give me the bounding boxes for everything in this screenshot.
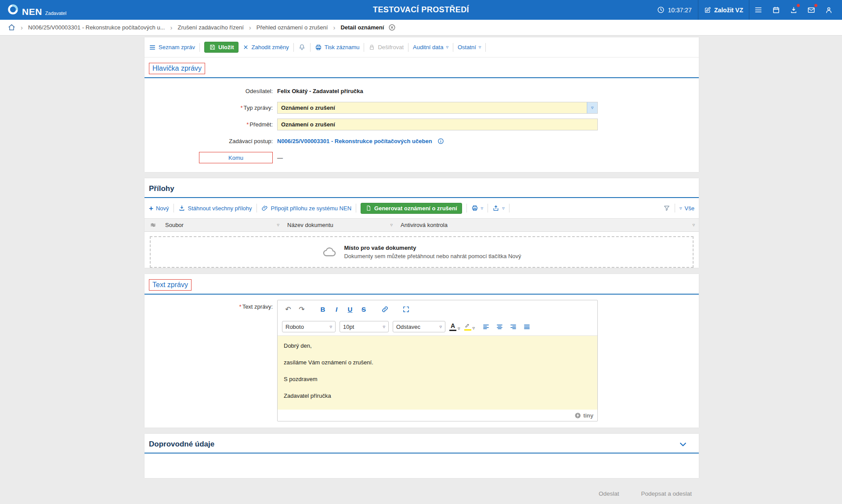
align-left-button[interactable]: [481, 321, 491, 332]
bold-button[interactable]: B: [317, 303, 329, 315]
toolbar-divider: [453, 43, 453, 52]
column-header-antivirova-kontrola[interactable]: Antivirová kontrola ▿: [397, 219, 699, 231]
strikethrough-button[interactable]: S: [358, 303, 370, 315]
font-size-select[interactable]: 10pt ▿: [340, 321, 389, 332]
compose-icon: [704, 7, 711, 14]
chevron-down-icon: ▿: [446, 45, 448, 50]
attachments-card: Přílohy + Nový Stáhnout všechny přílohy: [145, 178, 699, 268]
editor-content-area[interactable]: Dobrý den, zasíláme Vám oznámení o zruše…: [278, 335, 597, 410]
messages-badge: [814, 4, 818, 7]
create-vz-button[interactable]: Založit VZ: [698, 0, 749, 20]
filter-caret-icon[interactable]: ▿: [277, 222, 279, 228]
highlight-color-button[interactable]: ▿: [464, 323, 475, 331]
text-color-button[interactable]: A ▿: [449, 323, 460, 331]
align-center-button[interactable]: [494, 321, 505, 332]
undo-button[interactable]: ↶: [282, 303, 294, 315]
select-arrow-button[interactable]: ▿: [587, 102, 597, 113]
align-right-button[interactable]: [508, 321, 518, 332]
downloads-button[interactable]: [785, 0, 802, 20]
komu-label-cell: Komu: [145, 152, 277, 163]
save-button[interactable]: Uložit: [204, 42, 239, 53]
other-actions-button[interactable]: Ostatní ▿: [458, 44, 481, 50]
audit-data-button[interactable]: Auditní data ▿: [413, 44, 448, 50]
save-icon: [209, 44, 216, 50]
required-marker: *: [240, 104, 242, 111]
message-text-row: *Text zprávy: ↶ ↷ B I U S: [145, 295, 699, 428]
section-title-hlavicka: Hlavička zprávy: [149, 63, 205, 74]
send-button[interactable]: Odeslat: [599, 490, 619, 497]
zadavaci-postup-link[interactable]: N006/25/V00003301 - Rekonstrukce počítač…: [277, 138, 432, 144]
filter-button[interactable]: [663, 205, 670, 212]
block-format-select[interactable]: Odstavec ▿: [393, 321, 445, 332]
odesilatel-label: Odesílatel:: [145, 88, 277, 94]
text-color-swatch: [449, 330, 456, 331]
toolbar-divider: [173, 204, 174, 212]
komu-value: —: [277, 155, 283, 161]
hamburger-icon: [754, 6, 762, 14]
new-attachment-button[interactable]: + Nový: [149, 205, 169, 212]
filter-caret-icon[interactable]: ▿: [692, 222, 695, 228]
nen-logo-icon: [7, 4, 19, 15]
toolbar-divider: [293, 43, 294, 52]
print-attachments-button[interactable]: ▿: [471, 205, 484, 212]
menu-button[interactable]: [749, 0, 767, 20]
toolbar-divider: [364, 43, 364, 52]
predmet-label: *Předmět:: [145, 121, 277, 128]
breadcrumb-item-procedure[interactable]: N006/25/V00003301 - Rekonstrukce počítač…: [28, 24, 165, 31]
toolbar-divider: [310, 43, 311, 52]
close-tab-icon[interactable]: [388, 24, 396, 31]
editor-paragraph: Zadavatel příručka: [284, 392, 591, 400]
calendar-button[interactable]: [767, 0, 785, 20]
dropzone-title: Místo pro vaše dokumenty: [344, 245, 521, 251]
sign-and-send-button[interactable]: Podepsat a odeslat: [641, 490, 692, 497]
predmet-input[interactable]: [277, 119, 598, 130]
insert-link-button[interactable]: [379, 303, 391, 315]
calendar-icon: [772, 6, 780, 14]
typ-zpravy-select[interactable]: Oznámení o zrušení ▿: [277, 102, 598, 114]
font-family-select[interactable]: Roboto ▿: [282, 321, 336, 332]
komu-button[interactable]: Komu: [199, 152, 273, 163]
chevron-down-icon: ▿: [458, 326, 460, 331]
dropzone-subtitle: Dokumenty sem můžete přetáhnout nebo nah…: [344, 253, 521, 259]
attach-from-nen-button[interactable]: Připojit přílohu ze systému NEN: [261, 205, 352, 212]
download-all-attachments-button[interactable]: Stáhnout všechny přílohy: [178, 205, 252, 212]
notification-bell-button[interactable]: [298, 43, 306, 51]
toolbar-divider: [199, 43, 200, 52]
align-justify-button[interactable]: [521, 321, 532, 332]
breadcrumb-item-current: Detail oznámení: [340, 24, 384, 31]
messages-button[interactable]: [802, 0, 820, 20]
redo-button[interactable]: ↷: [296, 303, 308, 315]
generate-cancellation-notice-button[interactable]: Generovat oznámení o zrušení: [361, 203, 462, 214]
toolbar-divider: [466, 204, 467, 212]
fullscreen-button[interactable]: [400, 303, 412, 315]
message-list-button[interactable]: Seznam zpráv: [149, 44, 195, 51]
printer-icon: [315, 44, 322, 51]
discard-changes-button[interactable]: Zahodit změny: [243, 44, 289, 50]
discard-icon: [243, 44, 249, 50]
printer-icon: [471, 205, 478, 212]
underline-button[interactable]: U: [344, 303, 356, 315]
home-button[interactable]: [8, 24, 15, 31]
breadcrumb-item-overview[interactable]: Přehled oznámení o zrušení: [257, 24, 328, 31]
collapse-section-button[interactable]: [679, 440, 687, 449]
column-header-nazev-dokumentu[interactable]: Název dokumentu ▿: [283, 219, 397, 231]
breadcrumb-item-cancellation[interactable]: Zrušení zadávacího řízení: [177, 24, 243, 31]
profile-button[interactable]: [820, 0, 838, 20]
print-record-button[interactable]: Tisk záznamu: [315, 44, 360, 51]
typ-zpravy-selected-value: Oznámení o zrušení: [278, 104, 587, 111]
italic-button[interactable]: I: [330, 303, 343, 315]
column-header-soubor[interactable]: Soubor ▿: [161, 219, 283, 231]
breadcrumb-separator-icon: ›: [333, 24, 335, 31]
list-icon: [149, 44, 156, 51]
decrypt-button[interactable]: Dešifrovat: [369, 44, 404, 50]
info-icon[interactable]: [437, 138, 444, 144]
view-all-filter-button[interactable]: ▿ Vše: [679, 205, 694, 212]
filter-caret-icon[interactable]: ▿: [390, 222, 393, 228]
nen-home-link[interactable]: NEN Zadavatel: [7, 4, 66, 16]
page-content: Seznam zpráv Uložit Zahodit změny: [145, 37, 699, 478]
attachments-dropzone[interactable]: Místo pro vaše dokumenty Dokumenty sem m…: [150, 236, 694, 268]
export-attachments-button[interactable]: ▿: [492, 205, 505, 212]
column-settings-button[interactable]: [145, 219, 161, 231]
editor-paragraph: S pozdravem: [284, 375, 591, 383]
toolbar-divider: [485, 43, 486, 52]
